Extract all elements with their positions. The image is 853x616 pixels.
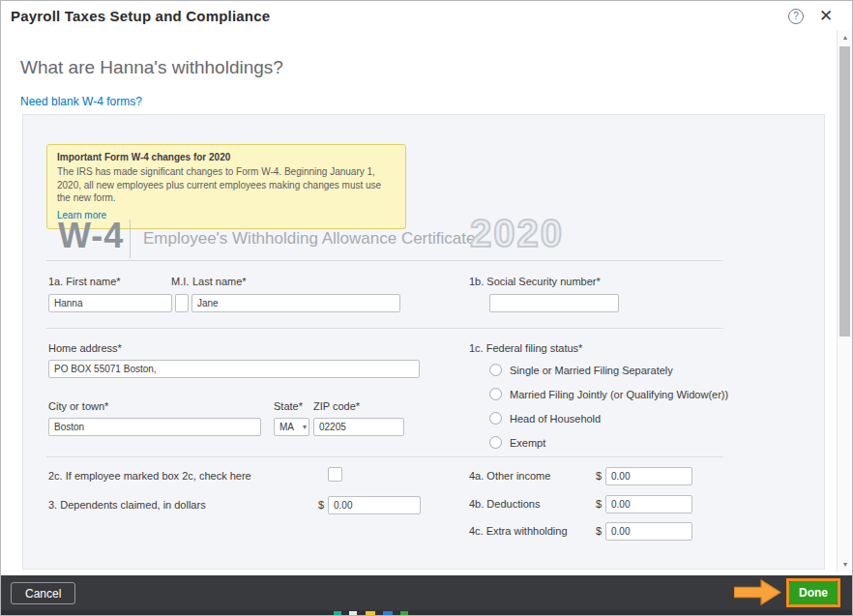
help-icon[interactable]: ?	[788, 9, 804, 24]
deductions-input[interactable]	[605, 495, 692, 513]
radio-icon[interactable]	[489, 388, 502, 400]
other-income-label: 4a. Other income	[469, 470, 550, 482]
dialog-header: Payroll Taxes Setup and Compliance	[1, 1, 837, 34]
state-label: State*	[274, 400, 303, 412]
notice-title: Important Form W-4 changes for 2020	[57, 152, 396, 162]
filing-status-option-label: Exempt	[510, 437, 545, 449]
taskbar-icon-fragment	[400, 611, 408, 616]
extra-withholding-label: 4c. Extra withholding	[469, 525, 568, 537]
done-button-highlight: Done	[786, 578, 840, 607]
dependents-input[interactable]	[328, 496, 421, 514]
vertical-scrollbar[interactable]: ▲ ▼	[837, 30, 852, 572]
cancel-button[interactable]: Cancel	[11, 582, 75, 604]
extra-withholding-currency: $	[596, 525, 602, 537]
filing-status-label: 1c. Federal filing status*	[469, 342, 582, 354]
radio-icon[interactable]	[489, 436, 502, 449]
done-button[interactable]: Done	[789, 581, 838, 604]
scrollbar-thumb[interactable]	[839, 46, 850, 337]
last-name-label: Last name*	[192, 276, 247, 287]
taskbar-icon-fragment	[383, 611, 393, 616]
blank-w4-forms-link[interactable]: Need blank W-4 forms?	[20, 95, 142, 108]
taskbar-icon-fragment	[366, 611, 375, 616]
w4-form-title: Employee's Withholding Allowance Certifi…	[143, 229, 475, 249]
box2c-label: 2c. If employee marked box 2c, check her…	[48, 470, 251, 482]
taskbar-icon-fragment	[334, 611, 341, 616]
first-name-label: 1a. First name*	[48, 276, 121, 287]
filing-status-option-label: Married Filing Jointly (or Qualifying Wi…	[510, 389, 728, 400]
zip-input[interactable]	[313, 418, 404, 436]
masthead-rule	[46, 260, 723, 261]
radio-icon[interactable]	[489, 412, 502, 425]
city-input[interactable]	[48, 418, 261, 436]
middle-initial-input[interactable]	[175, 294, 189, 312]
close-icon[interactable]: ✕	[819, 6, 833, 26]
taskbar-sliver	[1, 610, 853, 616]
scroll-up-icon[interactable]: ▲	[838, 30, 853, 44]
first-name-input[interactable]	[48, 294, 172, 312]
payroll-dialog: Payroll Taxes Setup and Compliance ? ✕ W…	[0, 0, 853, 616]
middle-initial-label: M.I.	[171, 276, 189, 287]
annotation-arrow-icon	[734, 579, 782, 605]
home-address-label: Home address*	[48, 342, 122, 354]
state-value: MA	[279, 422, 294, 432]
deductions-currency: $	[596, 498, 602, 510]
w4-form-panel: Important Form W-4 changes for 2020 The …	[22, 114, 825, 570]
section-separator	[46, 328, 723, 329]
city-label: City or town*	[48, 400, 108, 412]
home-address-input[interactable]	[48, 360, 420, 378]
filing-status-option-label: Single or Married Filing Separately	[510, 365, 673, 376]
taskbar-icon-fragment	[349, 611, 357, 616]
dependents-currency: $	[318, 499, 324, 511]
w4-form-year: 2020	[470, 212, 564, 255]
ssn-input[interactable]	[489, 294, 619, 312]
box2c-checkbox[interactable]	[328, 467, 342, 482]
last-name-input[interactable]	[191, 294, 400, 312]
scroll-down-icon[interactable]: ▼	[838, 557, 853, 572]
dialog-footer: Cancel Done	[1, 575, 853, 610]
chevron-down-icon: ▾	[303, 419, 307, 435]
other-income-currency: $	[596, 470, 602, 482]
ssn-label: 1b. Social Security number*	[469, 276, 601, 287]
zip-label: ZIP code*	[313, 400, 360, 412]
deductions-label: 4b. Deductions	[469, 498, 540, 510]
other-income-input[interactable]	[605, 467, 692, 485]
w4-form-label: W-4	[58, 216, 124, 256]
w4-masthead-divider	[130, 220, 131, 258]
page-title: What are Hanna's withholdings?	[20, 57, 283, 78]
state-select[interactable]: MA ▾	[274, 418, 309, 436]
dependents-label: 3. Dependents claimed, in dollars	[48, 499, 206, 511]
filing-status-option-label: Head of Household	[510, 413, 601, 425]
radio-icon[interactable]	[489, 364, 502, 376]
extra-withholding-input[interactable]	[605, 522, 692, 541]
dialog-title: Payroll Taxes Setup and Compliance	[11, 8, 270, 24]
notice-body: The IRS has made significant changes to …	[57, 165, 396, 205]
section-separator	[46, 456, 723, 457]
